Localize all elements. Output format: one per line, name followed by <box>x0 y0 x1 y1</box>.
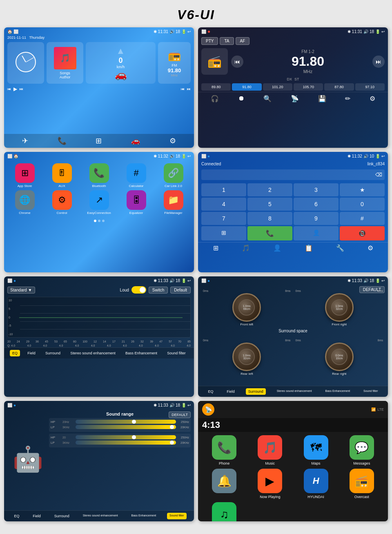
hp-slider-1[interactable] <box>76 420 176 424</box>
app-carlink[interactable]: 🔗 Car Link 2.0 <box>156 163 191 188</box>
sr-tab-filter[interactable]: Sound filter <box>167 513 186 519</box>
surr-tab-field[interactable]: Field <box>224 388 237 395</box>
fm-preset-5[interactable]: 97.10 <box>355 83 385 91</box>
fm-preset-2[interactable]: 101.20 <box>263 83 292 91</box>
rear-left-knob[interactable]: 1.0ms32cm <box>232 343 261 371</box>
app-chrome[interactable]: 🌐 Chrome <box>7 190 42 215</box>
fm-preset-1[interactable]: 91.80 <box>232 83 261 91</box>
soundrange-default-btn[interactable]: DEFAULT <box>169 412 191 418</box>
app-appstore[interactable]: ⊞ App Store <box>7 163 42 188</box>
dial-6[interactable]: 6 <box>294 198 339 211</box>
dial-9[interactable]: 9 <box>294 212 339 225</box>
app-equalizer[interactable]: 🎛 Equalizer <box>119 190 154 215</box>
phone-tab-settings[interactable]: 🔧 <box>336 244 344 252</box>
sr-tab-surround[interactable]: Surround <box>52 513 72 519</box>
front-right-knob[interactable]: 1.0ms32cm <box>325 293 354 322</box>
lp-slider-1[interactable] <box>76 425 176 429</box>
fm-headphone-icon[interactable]: 🎧 <box>211 95 219 102</box>
clock-widget[interactable] <box>7 42 44 84</box>
carplay-app-nowplaying[interactable]: ▶ Now Playing <box>249 469 291 499</box>
fm-settings-icon[interactable]: ⚙ <box>370 95 375 102</box>
phone-backspace-icon[interactable]: ⌫ <box>375 172 382 178</box>
home-media-next[interactable]: ⏭ <box>20 87 23 91</box>
surr-tab-stereo[interactable]: Stereo sound enhancement <box>274 388 314 395</box>
carplay-app-spotify[interactable]: ♫ Spotify <box>203 502 245 521</box>
surr-tab-surround[interactable]: Surround <box>246 388 266 395</box>
dial-dialpad-icon[interactable]: ⊞ <box>201 226 246 240</box>
eq-tab-surround[interactable]: Surround <box>43 350 63 356</box>
fm-af-btn[interactable]: AF <box>236 37 250 45</box>
app-control[interactable]: ⚙ Control <box>45 190 79 215</box>
eq-switch-btn[interactable]: Switch <box>149 287 168 294</box>
eq-default-btn[interactable]: Default <box>170 287 191 294</box>
music-widget[interactable]: 🎵 Songs Author <box>47 42 83 84</box>
app-calculator[interactable]: # Calculator <box>119 163 154 188</box>
hp-slider-2[interactable] <box>76 435 176 439</box>
eq-tab-field[interactable]: Field <box>25 350 38 356</box>
app-bluetooth[interactable]: 📞 Bluetooth <box>82 163 116 188</box>
nav-apps-icon[interactable]: ⊞ <box>96 136 102 145</box>
dial-contact-icon[interactable]: 👤 <box>294 226 339 240</box>
app-easyconn[interactable]: ↗ EasyConnection <box>82 190 116 215</box>
dial-0[interactable]: 0 <box>340 198 385 211</box>
carplay-app-phone[interactable]: 📞 Phone <box>203 435 245 465</box>
eq-tab-stereo[interactable]: Stereo sound enhancement <box>68 350 118 356</box>
app-filemanager[interactable]: 📁 FileManager <box>156 190 191 215</box>
eq-tab-bass[interactable]: Bass Enhancement <box>123 350 160 356</box>
dial-8[interactable]: 8 <box>247 212 292 225</box>
surr-tab-filter[interactable]: Sound filter <box>361 388 380 395</box>
surround-default-btn[interactable]: DEFAULT <box>359 286 385 293</box>
dial-2[interactable]: 2 <box>247 183 292 196</box>
sr-tab-field[interactable]: Field <box>30 513 43 519</box>
nav-send-icon[interactable]: ✈ <box>22 136 28 145</box>
fm-widget[interactable]: 📻 FM 91.80 MHz <box>158 42 191 84</box>
fm-prev-btn[interactable]: ⏮ <box>231 56 243 68</box>
phone-tab-dialpad[interactable]: ⊞ <box>213 244 218 252</box>
dial-call-btn[interactable]: 📞 <box>247 226 292 240</box>
phone-tab-music[interactable]: 🎵 <box>242 244 250 252</box>
phone-tab-recents[interactable]: 📋 <box>305 244 313 252</box>
dial-7[interactable]: 7 <box>201 212 246 225</box>
fm-signal-icon[interactable]: 📡 <box>291 95 299 102</box>
carplay-app-messages[interactable]: 💬 Messages <box>341 435 383 465</box>
lp-slider-2[interactable] <box>76 441 176 445</box>
fm-preset-0[interactable]: 89.80 <box>201 83 231 91</box>
nav-settings-icon[interactable]: ⚙ <box>169 136 176 145</box>
surr-tab-eq[interactable]: EQ <box>205 388 216 395</box>
nav-car-icon[interactable]: 🚗 <box>131 136 140 145</box>
eq-tab-soundfilter[interactable]: Sound filter <box>165 350 188 356</box>
home-fm-prev[interactable]: ⏮ <box>181 87 185 91</box>
app-aux[interactable]: 🎚 AUX <box>45 163 79 188</box>
dial-5[interactable]: 5 <box>247 198 292 211</box>
fm-pty-btn[interactable]: PTY <box>201 37 218 45</box>
dial-4[interactable]: 4 <box>201 198 246 211</box>
front-left-knob[interactable]: 1.0ms68cm <box>232 293 261 322</box>
fm-next-btn[interactable]: ⏭ <box>372 56 385 68</box>
fm-ta-btn[interactable]: TA <box>220 37 234 45</box>
phone-tab-contacts[interactable]: 👤 <box>273 244 281 252</box>
sr-tab-stereo[interactable]: Stereo sound enhancement <box>80 513 120 519</box>
dial-hash[interactable]: # <box>340 212 385 225</box>
rear-right-knob[interactable]: 0.0ms10cm <box>325 343 354 371</box>
dial-hangup-btn[interactable]: 📵 <box>340 226 385 240</box>
nav-phone-icon[interactable]: 📞 <box>58 136 67 145</box>
eq-loud-toggle[interactable] <box>131 286 146 294</box>
sr-tab-bass[interactable]: Bass Enhancement <box>129 513 159 519</box>
fm-preset-3[interactable]: 105.70 <box>294 83 323 91</box>
surr-tab-bass[interactable]: Bass Enhancement <box>323 388 353 395</box>
home-media-prev[interactable]: ⏮ <box>7 87 11 91</box>
carplay-app-overcast[interactable]: 📻 Overcast <box>341 469 383 499</box>
fm-preset-4[interactable]: 87.80 <box>324 83 354 91</box>
nav-widget[interactable]: ▲ 0 km/h 🚗 <box>86 42 156 84</box>
carplay-app-notifications[interactable]: 🔔 <box>203 469 245 499</box>
fm-edit-icon[interactable]: ✏ <box>345 95 350 102</box>
dial-star[interactable]: ★ <box>340 183 385 196</box>
dial-3[interactable]: 3 <box>294 183 339 196</box>
home-media-play[interactable]: ▶ <box>13 86 17 92</box>
fm-save-icon[interactable]: 💾 <box>318 95 326 102</box>
carplay-app-hyundai[interactable]: H HYUNDAI <box>295 469 337 499</box>
fm-search-icon[interactable]: 🔍 <box>263 95 272 102</box>
dial-1[interactable]: 1 <box>201 183 246 196</box>
sr-tab-eq[interactable]: EQ <box>11 513 22 519</box>
carplay-app-music[interactable]: 🎵 Music <box>249 435 291 465</box>
